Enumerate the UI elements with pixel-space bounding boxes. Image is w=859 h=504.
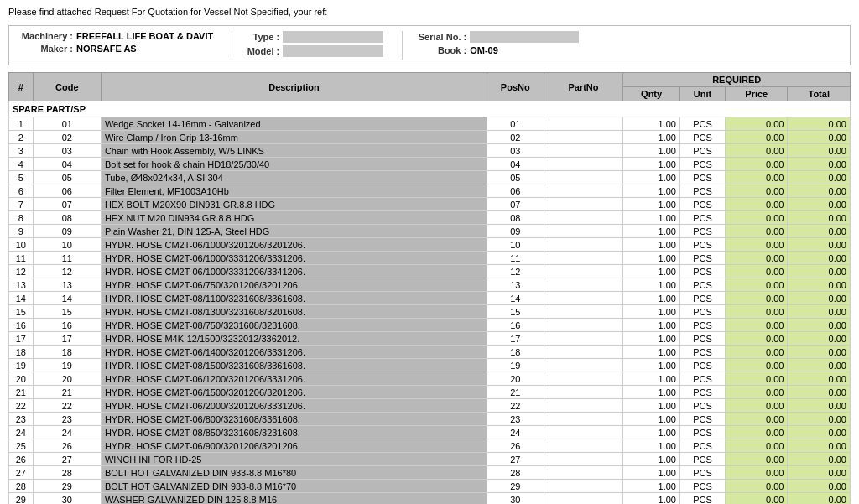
row-posno: 23 (487, 413, 544, 426)
row-qnty: 1.00 (623, 319, 680, 332)
row-unit: PCS (679, 493, 725, 505)
row-unit: PCS (679, 453, 725, 466)
table-row: 1818HYDR. HOSE CM2T-06/1400/3201206/3331… (9, 346, 851, 359)
row-qnty: 1.00 (623, 225, 680, 238)
row-desc: HYDR. HOSE CM2T-06/1000/3201206/3201206. (101, 238, 487, 252)
row-partno (544, 359, 623, 372)
row-partno (544, 225, 623, 238)
col-header-hash: # (9, 73, 34, 101)
row-total: 0.00 (788, 158, 851, 171)
row-unit: PCS (679, 171, 725, 184)
row-posno: 15 (487, 305, 544, 319)
row-posno: 07 (487, 198, 544, 211)
row-code: 11 (33, 252, 101, 265)
table-row: 404Bolt set for hook & chain HD18/25/30/… (9, 158, 851, 171)
row-unit: PCS (679, 426, 725, 439)
row-total: 0.00 (788, 238, 851, 252)
row-num: 5 (9, 171, 34, 184)
row-price: 0.00 (726, 252, 788, 265)
row-posno: 29 (487, 480, 544, 493)
row-total: 0.00 (788, 117, 851, 131)
table-row: 2323HYDR. HOSE CM2T-06/800/3231608/33616… (9, 413, 851, 426)
row-num: 3 (9, 144, 34, 158)
row-price: 0.00 (726, 198, 788, 211)
row-partno (544, 413, 623, 426)
row-posno: 12 (487, 265, 544, 278)
col-header-code: Code (33, 73, 101, 101)
row-code: 10 (33, 238, 101, 252)
type-label: Type : (242, 32, 279, 42)
row-unit: PCS (679, 319, 725, 332)
row-num: 12 (9, 265, 34, 278)
row-code: 27 (33, 453, 101, 466)
row-partno (544, 278, 623, 292)
table-row: 1313HYDR. HOSE CM2T-06/750/3201206/32012… (9, 278, 851, 292)
row-num: 13 (9, 278, 34, 292)
row-desc: HEX NUT M20 DIN934 GR.8.8 HDG (101, 211, 487, 225)
row-price: 0.00 (726, 413, 788, 426)
table-row: 202Wire Clamp / Iron Grip 13-16mm021.00P… (9, 131, 851, 144)
row-total: 0.00 (788, 305, 851, 319)
row-qnty: 1.00 (623, 171, 680, 184)
row-code: 08 (33, 211, 101, 225)
row-unit: PCS (679, 480, 725, 493)
row-desc: HYDR. HOSE CM2T-08/1300/3231608/3201608. (101, 305, 487, 319)
row-total: 0.00 (788, 426, 851, 439)
row-partno (544, 171, 623, 184)
row-partno (544, 332, 623, 346)
row-qnty: 1.00 (623, 386, 680, 399)
row-num: 24 (9, 426, 34, 439)
row-posno: 13 (487, 278, 544, 292)
row-num: 1 (9, 117, 34, 131)
row-posno: 09 (487, 225, 544, 238)
row-desc: HYDR. HOSE CM2T-06/1000/3331206/3341206. (101, 265, 487, 278)
row-code: 29 (33, 480, 101, 493)
row-num: 18 (9, 346, 34, 359)
row-posno: 24 (487, 426, 544, 439)
row-code: 04 (33, 158, 101, 171)
row-num: 10 (9, 238, 34, 252)
row-partno (544, 319, 623, 332)
row-unit: PCS (679, 184, 725, 198)
model-value-box (283, 45, 383, 57)
row-num: 17 (9, 332, 34, 346)
row-num: 15 (9, 305, 34, 319)
row-qnty: 1.00 (623, 238, 680, 252)
row-posno: 21 (487, 386, 544, 399)
row-qnty: 1.00 (623, 278, 680, 292)
row-num: 16 (9, 319, 34, 332)
row-total: 0.00 (788, 480, 851, 493)
row-code: 13 (33, 278, 101, 292)
book-label: Book : (413, 45, 466, 55)
row-partno (544, 426, 623, 439)
row-desc: HYDR. HOSE CM2T-08/750/3231608/3231608. (101, 319, 487, 332)
row-unit: PCS (679, 466, 725, 480)
row-num: 27 (9, 466, 34, 480)
row-partno (544, 265, 623, 278)
table-row: 1616HYDR. HOSE CM2T-08/750/3231608/32316… (9, 319, 851, 332)
row-total: 0.00 (788, 184, 851, 198)
row-qnty: 1.00 (623, 131, 680, 144)
row-price: 0.00 (726, 144, 788, 158)
row-unit: PCS (679, 278, 725, 292)
row-desc: BOLT HOT GALVANIZED DIN 933-8.8 M16*80 (101, 466, 487, 480)
row-unit: PCS (679, 332, 725, 346)
row-num: 28 (9, 480, 34, 493)
row-total: 0.00 (788, 493, 851, 505)
row-num: 20 (9, 372, 34, 386)
row-price: 0.00 (726, 305, 788, 319)
row-price: 0.00 (726, 171, 788, 184)
row-posno: 26 (487, 439, 544, 453)
row-desc: HYDR. HOSE CM2T-06/750/3201206/3201206. (101, 278, 487, 292)
table-row: 808HEX NUT M20 DIN934 GR.8.8 HDG081.00PC… (9, 211, 851, 225)
row-qnty: 1.00 (623, 158, 680, 171)
row-qnty: 1.00 (623, 372, 680, 386)
row-desc: Wire Clamp / Iron Grip 13-16mm (101, 131, 487, 144)
row-price: 0.00 (726, 493, 788, 505)
row-num: 23 (9, 413, 34, 426)
row-posno: 18 (487, 346, 544, 359)
row-partno (544, 439, 623, 453)
row-num: 11 (9, 252, 34, 265)
row-partno (544, 117, 623, 131)
row-posno: 28 (487, 466, 544, 480)
